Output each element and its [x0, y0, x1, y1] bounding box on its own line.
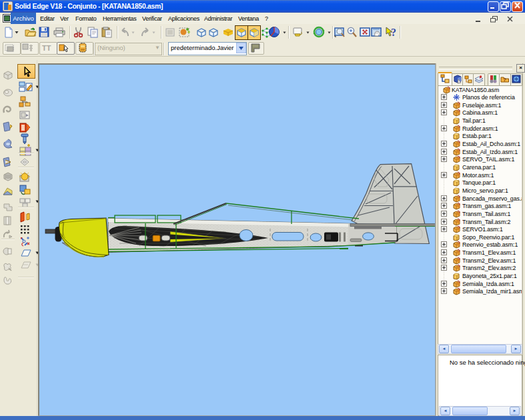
- svg-text:TT: TT: [42, 44, 51, 52]
- svg-text:?: ?: [391, 27, 396, 38]
- svg-text:?: ?: [503, 77, 506, 83]
